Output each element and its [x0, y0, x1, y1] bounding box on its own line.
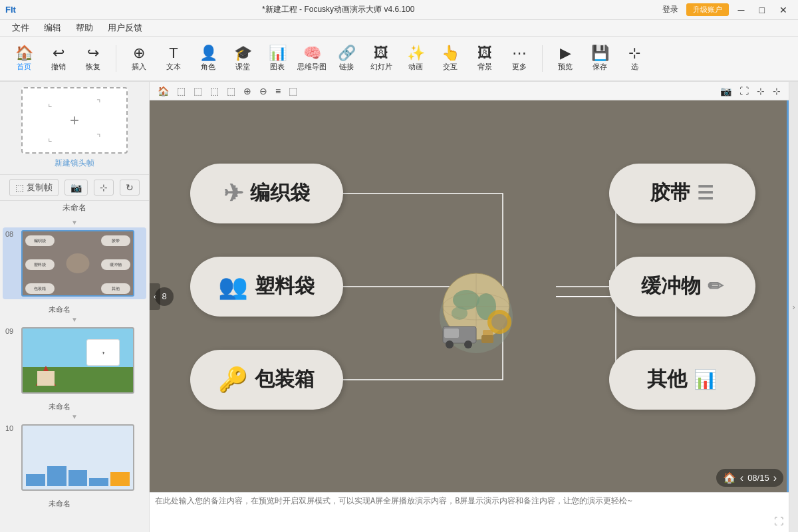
note-area: ⛶: [150, 492, 789, 532]
canvas-zoom-in[interactable]: ⊕: [241, 84, 254, 98]
svg-point-15: [464, 340, 472, 348]
slide-item-09[interactable]: 09 ✈: [3, 325, 146, 396]
canvas-tool-2[interactable]: ⬚: [191, 84, 205, 98]
page-prev-button[interactable]: ‹: [740, 472, 743, 484]
toolbar-insert-group: ⊕ 插入 T 文本 👤 角色 🎓 课堂 📊 图表 🧠 思维导图 🔗 链接 🖼: [122, 39, 537, 78]
copy-frame-button[interactable]: ⬚ 复制帧: [9, 179, 59, 196]
thumb-content-10: [23, 426, 133, 489]
menu-edit[interactable]: 编辑: [37, 21, 68, 35]
canvas-tool-4[interactable]: ⬚: [224, 84, 238, 98]
toolbar-background[interactable]: 🖼 背景: [467, 39, 502, 78]
toolbar-select-label: 选: [631, 62, 638, 72]
toolbar-home[interactable]: 🏠 首页: [7, 39, 41, 78]
login-button[interactable]: 登录: [658, 3, 682, 17]
toolbar-chart[interactable]: 📊 图表: [260, 39, 295, 78]
slide-collapse-08[interactable]: ▼: [3, 217, 146, 227]
node-bianzhibao[interactable]: ✈ 编织袋: [190, 164, 343, 223]
thumb-box-4: 胶带: [101, 235, 130, 246]
toolbar-link[interactable]: 🔗 链接: [329, 39, 364, 78]
toolbar-text[interactable]: T 文本: [156, 39, 191, 78]
canvas-zoom-out[interactable]: ⊖: [257, 84, 270, 98]
main-canvas[interactable]: ‹ 8: [150, 100, 789, 492]
canvas-fit[interactable]: ⊹: [754, 84, 767, 98]
sidebar-top: ⌞ ⌝ + ⌞ ⌝ 新建镜头帧: [0, 82, 149, 175]
slide-item-08[interactable]: 08 编织袋 塑料袋 包装箱 胶带 缓冲物 其他: [3, 227, 146, 299]
toolbar-interact[interactable]: 👆 交互: [433, 39, 467, 78]
toolbar-slide[interactable]: 🖼 幻灯片: [364, 39, 398, 78]
canvas-area: 🏠 ⬚ ⬚ ⬚ ⬚ ⊕ ⊖ ≡ ⬚ 📷 ⛶ ⊹ ⊹ ‹ 8: [150, 82, 789, 532]
toolbar-select[interactable]: ⊹ 选: [617, 39, 652, 78]
slide-item-10[interactable]: 10: [3, 422, 146, 493]
toolbar-insert[interactable]: ⊕ 插入: [122, 39, 156, 78]
menu-feedback[interactable]: 用户反馈: [101, 21, 149, 35]
node-huanchongwu[interactable]: 缓冲物 ✏: [609, 257, 755, 317]
toolbar-animation[interactable]: ✨ 动画: [398, 39, 433, 78]
canvas-fullscreen[interactable]: ⛶: [737, 84, 751, 98]
canvas-screenshot[interactable]: 📷: [718, 84, 734, 98]
canvas-toolbar: 🏠 ⬚ ⬚ ⬚ ⬚ ⊕ ⊖ ≡ ⬚ 📷 ⛶ ⊹ ⊹: [150, 82, 789, 100]
toolbar-class[interactable]: 🎓 课堂: [225, 39, 260, 78]
canvas-home-btn[interactable]: 🏠: [155, 84, 172, 98]
animation-icon: ✨: [407, 46, 425, 61]
minimize-button[interactable]: ─: [733, 3, 750, 17]
note-input[interactable]: [155, 495, 783, 529]
canvas-expand[interactable]: ⊹: [770, 84, 783, 98]
close-button[interactable]: ✕: [774, 3, 793, 17]
node-suliaodai[interactable]: 👥 塑料袋: [190, 257, 343, 317]
toolbar-more[interactable]: ⋯ 更多: [502, 39, 537, 78]
toolbar-divider-2: [542, 45, 543, 72]
slide-collapse-09[interactable]: ▼: [3, 315, 146, 325]
right-collapse-handle[interactable]: ›: [789, 82, 798, 532]
toolbar-more-label: 更多: [512, 62, 527, 72]
new-frame-button[interactable]: ⌞ ⌝ + ⌞ ⌝: [21, 87, 128, 154]
toolbar-link-label: 链接: [339, 62, 354, 72]
collapse-icon-09: ▼: [71, 316, 78, 323]
text-icon: T: [169, 46, 178, 61]
node-qita[interactable]: 其他 📊: [609, 350, 755, 410]
preview-icon: ▶: [560, 46, 571, 61]
copy-frame-label: 复制帧: [27, 182, 53, 194]
select-icon: ⊹: [628, 46, 640, 61]
toolbar-redo[interactable]: ↪ 恢复: [76, 39, 110, 78]
menu-help[interactable]: 帮助: [69, 21, 100, 35]
slide-collapse-10[interactable]: ▼: [3, 412, 146, 422]
crop-button[interactable]: ⊹: [94, 180, 114, 196]
upgrade-button[interactable]: 升级账户: [686, 3, 729, 16]
svg-rect-16: [444, 329, 459, 338]
center-globe: [410, 243, 543, 363]
title-right-controls: 登录 升级账户 ─ □ ✕: [658, 3, 793, 17]
node-baozhuangxiang[interactable]: 🔑 包装箱: [190, 350, 343, 410]
toolbar-preview[interactable]: ▶ 预览: [548, 39, 583, 78]
thumb-content-08: 编织袋 塑料袋 包装箱 胶带 缓冲物 其他: [23, 231, 133, 295]
page-home-button[interactable]: 🏠: [723, 471, 736, 484]
canvas-tool-3[interactable]: ⬚: [207, 84, 221, 98]
slide-name-display: 未命名: [0, 201, 149, 215]
page-next-button[interactable]: ›: [773, 472, 777, 484]
maximize-button[interactable]: □: [754, 3, 770, 17]
canvas-tool-1[interactable]: ⬚: [174, 84, 188, 98]
node-jiaodai[interactable]: 胶带 ☰: [609, 164, 755, 223]
baozhuangxiang-icon: 🔑: [218, 366, 248, 394]
note-expand-button[interactable]: ⛶: [774, 516, 783, 527]
copy-icon: ⬚: [15, 182, 24, 193]
thumb-box-3: 包装箱: [25, 283, 55, 294]
canvas-tool-5[interactable]: ⬚: [286, 84, 300, 98]
canvas-tools-right: 📷 ⛶ ⊹ ⊹: [718, 84, 783, 98]
slide-num-09: 09: [5, 327, 17, 335]
toolbar-save[interactable]: 💾 保存: [583, 39, 617, 78]
qita-icon: 📊: [694, 368, 717, 390]
slide-thumb-10: [21, 424, 134, 491]
slide-name-08: 未命名: [3, 305, 116, 315]
huanchongwu-icon: ✏: [708, 275, 723, 297]
loop-button[interactable]: ↻: [120, 180, 140, 196]
new-frame-plus-icon: +: [70, 111, 79, 130]
canvas-menu[interactable]: ≡: [273, 84, 283, 98]
menu-file[interactable]: 文件: [5, 21, 36, 35]
camera-button[interactable]: 📷: [65, 180, 88, 196]
toolbar-undo[interactable]: ↩ 撤销: [41, 39, 76, 78]
toolbar-mindmap[interactable]: 🧠 思维导图: [295, 39, 329, 78]
thumb-box-2: 塑料袋: [25, 259, 55, 270]
title-bar: FIt *新建工程 - Focusky动画演示大师 v4.6.100 登录 升级…: [0, 0, 798, 20]
bianzhibao-label: 编织袋: [250, 180, 310, 207]
toolbar-character[interactable]: 👤 角色: [191, 39, 225, 78]
